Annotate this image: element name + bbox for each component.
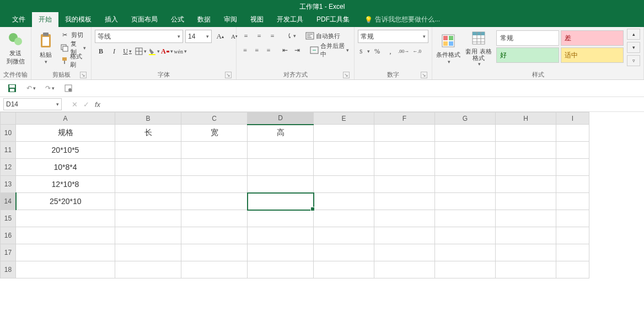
cell[interactable] [16,261,115,278]
styles-more[interactable]: ▿ [627,55,640,66]
row-header-12[interactable]: 12 [1,159,16,176]
cell[interactable] [374,142,435,159]
cell[interactable] [374,210,435,227]
worksheet-grid[interactable]: ABCDEFGHI10规格长宽高1120*10*51210*8*41312*10… [0,112,644,327]
cell[interactable] [314,261,374,278]
styles-scroll-up[interactable]: ▴ [627,29,640,40]
save-button[interactable] [7,83,18,94]
cell[interactable] [181,159,248,176]
cell[interactable] [374,227,435,244]
accounting-button[interactable]: $▾ [358,45,370,57]
cell[interactable] [181,244,248,261]
border-button[interactable]: ▾ [135,45,147,57]
tab-审阅[interactable]: 审阅 [217,12,244,27]
tab-页面布局[interactable]: 页面布局 [125,12,164,27]
tab-数据[interactable]: 数据 [191,12,217,27]
cell[interactable] [435,142,496,159]
cell[interactable] [496,210,556,227]
cell[interactable] [556,176,589,193]
cell[interactable] [248,227,314,244]
cell[interactable]: 规格 [16,125,115,142]
row-header-10[interactable]: 10 [1,125,16,142]
cell[interactable] [374,193,435,210]
col-header-H[interactable]: H [496,112,556,125]
cell[interactable] [115,227,181,244]
align-top-button[interactable]: ≡ [240,30,252,42]
format-painter-button[interactable]: 格式刷 [59,55,88,67]
cell[interactable] [181,227,248,244]
cell[interactable] [374,261,435,278]
cell[interactable] [556,193,589,210]
cell[interactable] [374,159,435,176]
cell[interactable] [435,227,496,244]
cell[interactable] [16,210,115,227]
cell[interactable] [556,261,589,278]
italic-button[interactable]: I [108,45,120,57]
row-header-14[interactable]: 14 [1,193,16,210]
cell[interactable] [556,142,589,159]
cell[interactable] [314,227,374,244]
cell[interactable] [248,176,314,193]
enter-formula-icon[interactable]: ✓ [83,100,89,109]
cell[interactable] [314,210,374,227]
row-header-11[interactable]: 11 [1,142,16,159]
clipboard-dialog-launcher[interactable]: ↘ [80,72,87,78]
cell[interactable] [248,193,314,210]
font-name-select[interactable]: 等线▾ [95,30,183,43]
cell[interactable] [115,176,181,193]
col-header-corner[interactable] [1,112,16,125]
cell[interactable]: 25*20*10 [16,193,115,210]
cell[interactable] [115,210,181,227]
cell[interactable] [115,142,181,159]
wrap-text-button[interactable]: 自动换行 [304,30,342,42]
cell[interactable] [435,176,496,193]
touch-mode-button[interactable] [63,83,74,94]
decrease-indent-button[interactable]: ⇤ [280,44,291,56]
cell[interactable] [374,125,435,142]
cell[interactable] [115,193,181,210]
cell[interactable] [115,159,181,176]
phonetic-button[interactable]: wén▾ [174,45,186,57]
row-header-15[interactable]: 15 [1,210,16,227]
col-header-C[interactable]: C [181,112,248,125]
style-neutral[interactable]: 适中 [561,47,624,63]
cell[interactable] [496,159,556,176]
cell[interactable] [181,142,248,159]
cell[interactable] [374,176,435,193]
cell[interactable] [496,125,556,142]
font-dialog-launcher[interactable]: ↘ [225,72,232,78]
col-header-D[interactable]: D [248,112,314,125]
col-header-F[interactable]: F [374,112,435,125]
col-header-B[interactable]: B [115,112,181,125]
align-bottom-button[interactable]: ≡ [266,30,278,42]
cell[interactable] [435,261,496,278]
style-bad[interactable]: 差 [561,30,624,46]
increase-indent-button[interactable]: ⇥ [292,44,302,56]
cell[interactable]: 10*8*4 [16,159,115,176]
cell[interactable]: 宽 [181,125,248,142]
increase-font-button[interactable]: A▴ [214,30,226,42]
conditional-format-button[interactable]: 条件格式▾ [436,29,461,67]
number-format-select[interactable]: 常规▾ [358,30,428,43]
comma-button[interactable]: , [384,45,396,57]
orientation-button[interactable]: ⤹▾ [285,30,297,42]
cell[interactable] [435,159,496,176]
undo-button[interactable]: ↶ ▾ [25,83,36,94]
fx-icon[interactable]: fx [95,100,100,109]
align-center-button[interactable]: ≡ [251,44,262,56]
tab-公式[interactable]: 公式 [164,12,191,27]
redo-button[interactable]: ↷ ▾ [44,83,55,94]
tab-PDF工具集[interactable]: PDF工具集 [310,12,356,27]
cell[interactable] [556,244,589,261]
cell[interactable] [556,210,589,227]
cell[interactable] [181,210,248,227]
cell[interactable] [248,142,314,159]
cell[interactable] [248,261,314,278]
bold-button[interactable]: B [95,45,107,57]
style-normal[interactable]: 常规 [496,30,559,46]
fill-color-button[interactable]: ▾ [148,45,160,57]
cell[interactable] [556,227,589,244]
cell[interactable] [115,244,181,261]
row-header-18[interactable]: 18 [1,261,16,278]
row-header-17[interactable]: 17 [1,244,16,261]
